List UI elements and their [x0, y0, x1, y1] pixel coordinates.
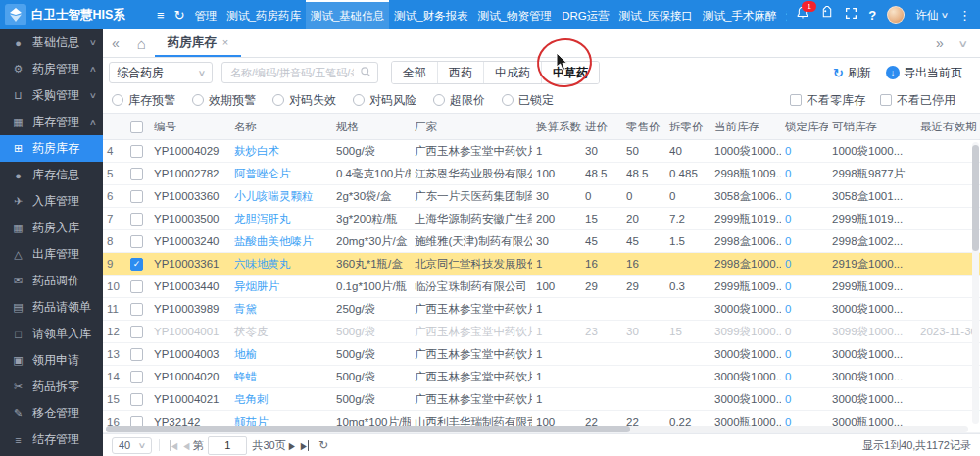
column-header[interactable]: 编号: [150, 120, 230, 134]
column-header[interactable]: 进价: [581, 120, 622, 134]
row-checkbox[interactable]: [130, 235, 143, 248]
cell-name[interactable]: 阿普唑仑片: [230, 167, 332, 181]
cell-name[interactable]: 麸炒白术: [230, 144, 332, 159]
cell-name[interactable]: 小儿咳喘灵颗粒: [230, 189, 332, 204]
drug-type-filter[interactable]: 中成药: [483, 62, 541, 83]
column-header[interactable]: 当前库存: [710, 120, 781, 134]
pharmacy-select[interactable]: 综合药房 ∨: [109, 62, 213, 83]
table-row[interactable]: 9YP10003361六味地黄丸360丸*1瓶/盒北京同仁堂科技发展股份有...…: [103, 253, 980, 276]
row-checkbox[interactable]: [130, 280, 143, 293]
table-row[interactable]: 14YP10004020蜂蜡500g/袋广西玉林参宝堂中药饮片有...13000…: [103, 366, 980, 388]
view-filter-checkbox[interactable]: 不看已停用: [880, 92, 956, 109]
sidebar-item[interactable]: ⊞药房库存: [0, 135, 103, 162]
refresh-icon[interactable]: ↻: [174, 8, 185, 23]
fullscreen-icon[interactable]: [845, 6, 858, 24]
select-all-checkbox[interactable]: [130, 121, 143, 133]
sidebar-item[interactable]: ⚙药房管理∧: [0, 56, 103, 82]
table-row[interactable]: 13YP10004003地榆500g/袋广西玉林参宝堂中药饮片有...13000…: [103, 343, 980, 366]
vertical-scrollbar[interactable]: [972, 142, 979, 424]
sidebar-item[interactable]: ✂药品拆零: [0, 374, 103, 400]
table-row[interactable]: 15YP10004021皂角刺500g/袋广西玉林参宝堂中药饮片有...1300…: [103, 388, 980, 411]
tag-icon[interactable]: [820, 6, 834, 24]
sidebar-item[interactable]: ▦库存管理∧: [0, 109, 103, 135]
cell-name[interactable]: 地榆: [230, 347, 332, 362]
table-row[interactable]: 8YP10003240盐酸曲美他嗪片20mg*30片/盒施维雅(天津)制药有限公…: [103, 230, 980, 253]
tab-pharmacy-stock[interactable]: 药房库存 ×: [155, 29, 241, 57]
sidebar-item[interactable]: ✎移仓管理: [0, 400, 103, 427]
table-row[interactable]: 12YP10004001茯苓皮500g/袋广西玉林参宝堂中药饮片有...1233…: [103, 321, 980, 343]
row-checkbox[interactable]: [130, 393, 143, 406]
column-header[interactable]: 规格: [332, 120, 411, 134]
warning-filter-radio[interactable]: 超限价: [433, 92, 485, 109]
cell-name[interactable]: 皂角刺: [230, 392, 332, 407]
sidebar-item[interactable]: ✉药品调价: [0, 268, 103, 294]
export-page-button[interactable]: ↓ 导出当前页: [886, 65, 962, 81]
page-size-select[interactable]: 40 ∨: [112, 437, 152, 454]
sidebar-item[interactable]: ▤药品请领单: [0, 294, 103, 321]
view-filter-checkbox[interactable]: 不看零库存: [790, 92, 865, 109]
column-header[interactable]: 锁定库存: [781, 120, 828, 134]
table-row[interactable]: 4YP10004029麸炒白术500g/袋广西玉林参宝堂中药饮片有...1305…: [103, 140, 980, 163]
last-page-button[interactable]: ▶: [301, 440, 309, 451]
sidebar-item[interactable]: ●库存信息: [0, 162, 103, 188]
menu-item[interactable]: DRG运营: [557, 0, 614, 29]
close-icon[interactable]: ×: [222, 36, 228, 48]
menu-item[interactable]: 测试_医保接口: [614, 0, 698, 29]
collapse-menu-icon[interactable]: ≡: [157, 8, 165, 23]
column-header[interactable]: 名称: [230, 120, 332, 134]
refresh-button[interactable]: ↻ 刷新: [833, 65, 871, 81]
cell-name[interactable]: 六味地黄丸: [230, 257, 332, 272]
table-row[interactable]: 7YP10003500龙胆泻肝丸3g*200粒/瓶上海华源制药安徽广生药业...…: [103, 208, 980, 230]
menu-item[interactable]: 测试_手术麻醉: [698, 0, 781, 29]
row-checkbox[interactable]: [130, 258, 143, 271]
cell-name[interactable]: 盐酸曲美他嗪片: [230, 234, 332, 249]
menu-item[interactable]: 测试_财务报表: [389, 0, 472, 29]
notification-bell-icon[interactable]: 1: [796, 6, 809, 24]
cell-name[interactable]: 蜂蜡: [230, 370, 332, 384]
table-row[interactable]: 5YP10002782阿普唑仑片0.4毫克100片/瓶江苏恩华药业股份有限公司1…: [103, 163, 980, 185]
warning-filter-radio[interactable]: 库存预警: [112, 92, 175, 109]
sidebar-item[interactable]: ●基础信息∨: [0, 29, 103, 56]
home-icon[interactable]: ⌂: [128, 29, 155, 57]
horizontal-scrollbar[interactable]: [106, 426, 968, 432]
row-checkbox[interactable]: [130, 213, 143, 226]
menu-item[interactable]: 管理: [190, 0, 222, 29]
menu-item[interactable]: 测试_物资管理: [473, 0, 557, 29]
sidebar-item[interactable]: ▦药房入库: [0, 215, 103, 241]
reload-icon[interactable]: ↻: [318, 438, 328, 452]
sidebar-item[interactable]: □请领单入库: [0, 321, 103, 347]
horizontal-scrollbar-thumb[interactable]: [106, 426, 630, 432]
tabs-scroll-right-icon[interactable]: »: [936, 35, 944, 51]
column-header[interactable]: 厂家: [411, 120, 532, 134]
tabs-menu-chevron-icon[interactable]: ∨: [957, 38, 968, 49]
page-number-input[interactable]: [208, 436, 247, 455]
drug-type-filter[interactable]: 西药: [437, 62, 483, 83]
menu-item[interactable]: 测试_药房药库: [222, 0, 306, 29]
first-page-button[interactable]: ◀: [170, 440, 177, 451]
column-header[interactable]: 最近有效期: [916, 120, 977, 134]
column-header[interactable]: 换算系数: [532, 120, 581, 134]
table-row[interactable]: 10YP10003440异烟肼片0.1g*100片/瓶临汾宝珠制药有限公司100…: [103, 276, 980, 298]
table-row[interactable]: 6YP10003360小儿咳喘灵颗粒2g*30袋/盒广东一片天医药集团制药有..…: [103, 185, 980, 208]
sidebar-item[interactable]: ⊔采购管理∨: [0, 82, 103, 109]
search-icon[interactable]: [360, 64, 371, 81]
column-header[interactable]: 零售价: [622, 120, 665, 134]
row-checkbox[interactable]: [130, 326, 143, 338]
sidebar-item[interactable]: ≡结存管理: [0, 427, 103, 453]
prev-page-button[interactable]: ◀: [183, 440, 189, 451]
sidebar-item[interactable]: △出库管理: [0, 241, 103, 268]
avatar[interactable]: [887, 6, 905, 24]
cell-name[interactable]: 龙胆泻肝丸: [230, 212, 332, 227]
row-checkbox[interactable]: [130, 303, 143, 316]
column-header[interactable]: 拆零价: [665, 120, 710, 134]
help-icon[interactable]: ?: [868, 8, 876, 23]
more-options-icon[interactable]: ⋮: [958, 8, 971, 23]
cell-name[interactable]: 异烟肼片: [230, 279, 332, 294]
sidebar-item[interactable]: ✈入库管理: [0, 188, 103, 215]
row-checkbox[interactable]: [130, 145, 143, 158]
warning-filter-radio[interactable]: 已锁定: [502, 92, 554, 109]
table-row[interactable]: 11YP10003989青黛250g/袋广西玉林参宝堂中药饮片有...13000…: [103, 298, 980, 321]
warning-filter-radio[interactable]: 对码失效: [272, 92, 336, 109]
row-checkbox[interactable]: [130, 371, 143, 383]
cell-name[interactable]: 青黛: [230, 302, 332, 317]
